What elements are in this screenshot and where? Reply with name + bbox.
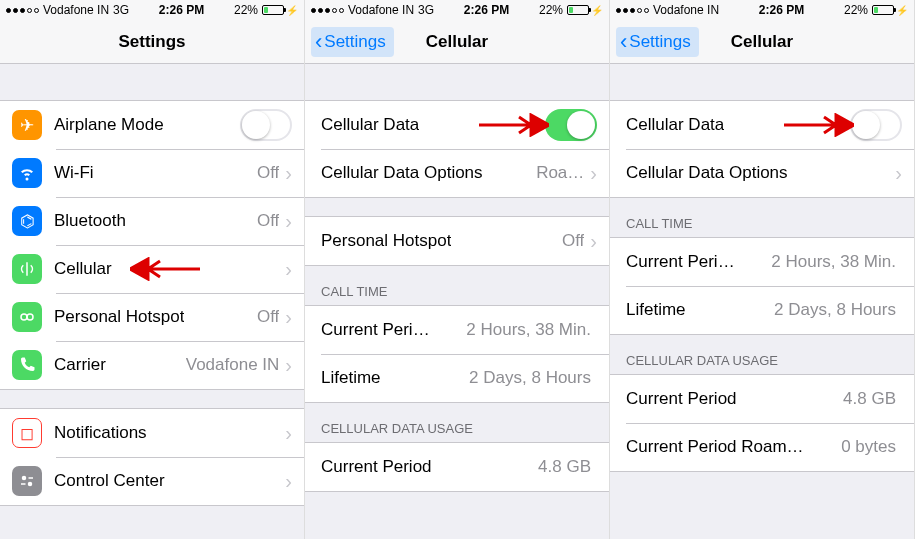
chevron-right-icon: › [285,211,292,231]
row-bluetooth[interactable]: ⌬ Bluetooth Off › [0,197,304,245]
status-bar: Vodafone IN 2:26 PM 22% ⚡ [610,0,914,20]
section-header-calltime: CALL TIME [610,198,914,237]
chevron-right-icon: › [285,423,292,443]
settings-pane: Vodafone IN 3G 2:26 PM 22% ⚡ Settings ✈ … [0,0,305,539]
nav-bar: Settings [0,20,304,64]
row-cellular[interactable]: Cellular › [0,245,304,293]
row-label: Current Peri… [626,252,735,272]
row-value: Off [257,307,279,327]
row-label: Notifications [54,423,147,443]
row-cellular-data[interactable]: Cellular Data [610,101,914,149]
section-header-calltime: CALL TIME [305,266,609,305]
cellular-data-toggle[interactable] [545,109,597,141]
row-control-center[interactable]: Control Center › [0,457,304,505]
airplane-icon: ✈ [12,110,42,140]
page-title: Cellular [426,32,488,52]
row-cellular-options[interactable]: Cellular Data Options Roa… › [305,149,609,197]
row-hotspot[interactable]: Personal Hotspot Off › [305,217,609,265]
airplane-toggle[interactable] [240,109,292,141]
row-label: Cellular Data [321,115,419,135]
row-carrier[interactable]: Carrier Vodafone IN › [0,341,304,389]
cellular-data-toggle[interactable] [850,109,902,141]
battery-pct: 22% [234,3,258,17]
chevron-right-icon: › [590,163,597,183]
row-value: 0 bytes [841,437,896,457]
row-hotspot[interactable]: Personal Hotspot Off › [0,293,304,341]
cellular-pane-off: Vodafone IN 2:26 PM 22% ⚡ ‹Settings Cell… [610,0,915,539]
row-label: Control Center [54,471,165,491]
row-label: Cellular Data Options [321,163,483,183]
row-value: 4.8 GB [843,389,896,409]
page-title: Settings [118,32,185,52]
chevron-right-icon: › [590,231,597,251]
chevron-right-icon: › [895,163,902,183]
row-label: Carrier [54,355,106,375]
signal-dots-icon [6,8,39,13]
chevron-right-icon: › [285,307,292,327]
chevron-left-icon: ‹ [620,31,627,53]
row-value: Roa… [536,163,584,183]
row-label: Cellular [54,259,112,279]
row-cellular-options[interactable]: Cellular Data Options › [610,149,914,197]
clock: 2:26 PM [159,3,204,17]
row-notifications[interactable]: ◻ Notifications › [0,409,304,457]
back-button[interactable]: ‹Settings [311,27,394,57]
row-value: 4.8 GB [538,457,591,477]
row-cellular-data[interactable]: Cellular Data [305,101,609,149]
wifi-icon [12,158,42,188]
status-bar: Vodafone IN 3G 2:26 PM 22% ⚡ [0,0,304,20]
annotation-arrow-icon [479,113,549,137]
chevron-right-icon: › [285,163,292,183]
nav-bar: ‹Settings Cellular [610,20,914,64]
row-label: Current Peri… [321,320,430,340]
row-value: 2 Days, 8 Hours [774,300,896,320]
chevron-right-icon: › [285,355,292,375]
annotation-arrow-icon [130,257,200,281]
row-value: 2 Days, 8 Hours [469,368,591,388]
row-label: Cellular Data [626,115,724,135]
signal-dots-icon [311,8,344,13]
row-lifetime: Lifetime 2 Days, 8 Hours [610,286,914,334]
row-label: Personal Hotspot [54,307,184,327]
row-label: Lifetime [321,368,381,388]
page-title: Cellular [731,32,793,52]
battery-icon: ⚡ [567,5,603,16]
network-label: 3G [418,3,434,17]
row-value: Off [257,163,279,183]
row-value: Off [562,231,584,251]
row-label: Bluetooth [54,211,126,231]
row-label: Airplane Mode [54,115,164,135]
chevron-left-icon: ‹ [315,31,322,53]
clock: 2:26 PM [464,3,509,17]
phone-icon [12,350,42,380]
battery-icon: ⚡ [262,5,298,16]
svg-point-2 [22,476,27,481]
svg-point-3 [28,482,33,487]
carrier-label: Vodafone IN [43,3,109,17]
back-label: Settings [629,32,690,52]
carrier-label: Vodafone IN [348,3,414,17]
row-current-period: Current Peri… 2 Hours, 38 Min. [610,238,914,286]
back-button[interactable]: ‹Settings [616,27,699,57]
row-current-period: Current Peri… 2 Hours, 38 Min. [305,306,609,354]
hotspot-icon [12,302,42,332]
nav-bar: ‹Settings Cellular [305,20,609,64]
row-usage-roaming: Current Period Roam… 0 bytes [610,423,914,471]
back-label: Settings [324,32,385,52]
battery-pct: 22% [539,3,563,17]
section-header-usage: CELLULAR DATA USAGE [305,403,609,442]
row-value: 2 Hours, 38 Min. [771,252,896,272]
chevron-right-icon: › [285,471,292,491]
row-usage-current: Current Period 4.8 GB [610,375,914,423]
section-header-usage: CELLULAR DATA USAGE [610,335,914,374]
row-airplane[interactable]: ✈ Airplane Mode [0,101,304,149]
row-wifi[interactable]: Wi-Fi Off › [0,149,304,197]
battery-pct: 22% [844,3,868,17]
svg-point-1 [27,314,33,320]
battery-icon: ⚡ [872,5,908,16]
row-label: Current Period [626,389,737,409]
row-usage-current: Current Period 4.8 GB [305,443,609,491]
cellular-pane-on: Vodafone IN 3G 2:26 PM 22% ⚡ ‹Settings C… [305,0,610,539]
chevron-right-icon: › [285,259,292,279]
carrier-label: Vodafone IN [653,3,719,17]
